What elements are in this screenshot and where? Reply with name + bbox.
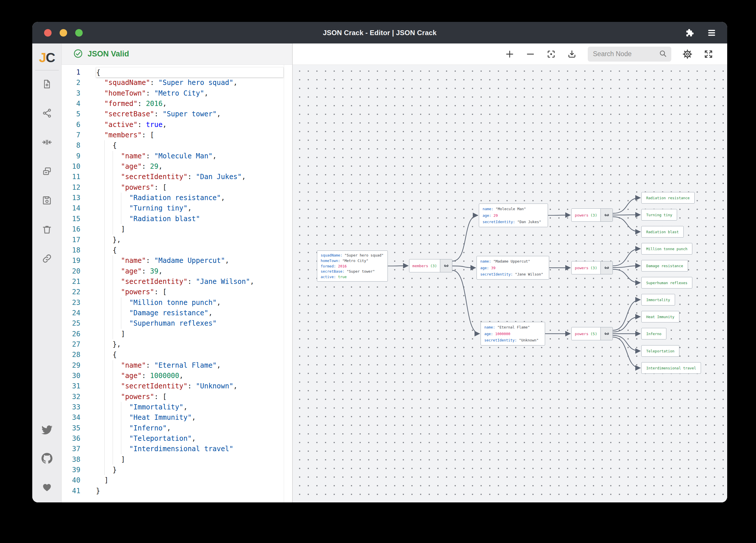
graph-node-p2[interactable]: powers(3) [571,261,613,274]
editor-line[interactable]: 30 "age": 1000000, [62,370,292,381]
editor-line[interactable]: 37 "Interdimensional travel" [62,444,292,454]
indent-guide [113,172,113,182]
fullscreen-icon[interactable] [704,49,713,59]
editor-line[interactable]: 29 "name": "Eternal Flame", [62,360,292,370]
editor-line[interactable]: 41} [62,486,292,496]
graph-node-l8[interactable]: Heat Immunity [641,311,679,322]
browser-menu-icon[interactable] [706,28,717,38]
editor-line[interactable]: 12 "powers": [ [62,182,292,193]
editor-line[interactable]: 5 "secretBase": "Super tower", [62,109,292,119]
fit-width-icon[interactable] [41,137,52,148]
indent-guide [113,203,113,213]
editor-line[interactable]: 22 "powers": [ [62,287,292,297]
editor-line[interactable]: 35 "Inferno", [62,423,292,433]
sponsor-heart-icon[interactable] [41,482,52,493]
graph-node-l5[interactable]: Damage resistance [641,260,688,272]
graph-share-icon[interactable] [41,108,52,119]
editor-line[interactable]: 8 { [62,140,292,151]
indent-guide [113,381,113,391]
search-icon[interactable] [659,49,667,59]
editor-line[interactable]: 20 "age": 39, [62,266,292,276]
code-editor[interactable]: 1{2 "squadName": "Super hero squad",3 "h… [62,65,292,502]
indent-guide [104,276,105,287]
editor-line[interactable]: 6 "active": true, [62,120,292,130]
editor-line[interactable]: 23 "Million tonne punch", [62,297,292,308]
editor-line[interactable]: 38 ] [62,454,292,465]
close-window-button[interactable] [44,29,52,37]
editor-line[interactable]: 9 "name": "Molecule Man", [62,151,292,161]
editor-line[interactable]: 13 "Radiation resistance", [62,193,292,203]
editor-line[interactable]: 21 "secretIdentity": "Jane Wilson", [62,276,292,287]
editor-line[interactable]: 16 ] [62,224,292,235]
graph-node-l11[interactable]: Interdimensional travel [641,362,701,374]
editor-line[interactable]: 3 "homeTown": "Metro City", [62,88,292,99]
delete-trash-icon[interactable] [41,224,52,235]
editor-line[interactable]: 15 "Radiation blast" [62,214,292,224]
node-row: name: "Madame Uppercut" [480,258,545,265]
expand-link-icon[interactable] [600,262,613,274]
node-row: name: "Eternal Flame" [484,324,541,331]
graph-node-m1[interactable]: name: "Molecule Man"age: 29secretIdentit… [479,204,548,227]
graph-node-l7[interactable]: Immortality [641,294,675,305]
editor-line[interactable]: 40 ] [62,475,292,485]
editor-line[interactable]: 14 "Turning tiny", [62,203,292,213]
new-file-icon[interactable] [41,79,52,90]
editor-line[interactable]: 1{ [62,67,292,77]
graph-node-m3[interactable]: name: "Eternal Flame"age: 1000000secretI… [481,322,545,345]
app-logo[interactable]: JC [39,50,55,65]
github-icon[interactable] [41,453,52,464]
editor-line[interactable]: 7 "members": [ [62,130,292,140]
graph-node-l3[interactable]: Radiation blast [641,226,684,238]
editor-line[interactable]: 39 } [62,465,292,475]
graph-node-l10[interactable]: Teleportation [641,345,679,357]
minimize-window-button[interactable] [60,29,67,37]
editor-line[interactable]: 2 "squadName": "Super hero squad", [62,77,292,88]
graph-node-m2[interactable]: name: "Madame Uppercut"age: 39secretIden… [477,256,549,279]
expand-link-icon[interactable] [600,209,613,222]
editor-line[interactable]: 17 }, [62,235,292,245]
line-number: 18 [62,245,80,256]
editor-line[interactable]: 18 { [62,245,292,256]
zoom-out-icon[interactable] [526,49,535,59]
editor-line[interactable]: 19 "name": "Madame Uppercut", [62,256,292,266]
graph-node-members[interactable]: members(3) [409,259,452,272]
graph-node-p1[interactable]: powers(3) [571,209,613,222]
search-node-input[interactable] [593,50,659,58]
editor-line[interactable]: 36 "Teleportation", [62,433,292,444]
editor-line[interactable]: 11 "secretIdentity": "Dan Jukes", [62,172,292,182]
save-icon[interactable] [41,195,52,206]
link-icon[interactable] [41,253,52,264]
editor-line[interactable]: 31 "secretIdentity": "Unknown", [62,381,292,391]
editor-line[interactable]: 24 "Damage resistance", [62,308,292,318]
editor-line[interactable]: 32 "powers": [ [62,391,292,402]
graph-node-p3[interactable]: powers(5) [571,327,613,340]
graph-node-l4[interactable]: Million tonne punch [641,243,692,255]
editor-line[interactable]: 10 "age": 29, [62,161,292,172]
editor-line[interactable]: 27 }, [62,339,292,349]
graph-node-l9[interactable]: Inferno [641,328,666,339]
expand-link-icon[interactable] [440,260,452,272]
twitter-icon[interactable] [41,424,52,435]
download-image-icon[interactable] [567,49,577,59]
focus-center-icon[interactable] [546,49,556,59]
editor-line[interactable]: 28 { [62,349,292,360]
search-node-box[interactable] [588,47,671,62]
graph-node-l1[interactable]: Radiation resistance [641,192,695,204]
editor-line[interactable]: 25 "Superhuman reflexes" [62,318,292,328]
graph-canvas[interactable]: squadName: "Super hero squad"homeTown: "… [293,65,727,502]
zoom-window-button[interactable] [75,29,83,37]
editor-line[interactable]: 4 "formed": 2016, [62,99,292,109]
graph-node-root[interactable]: squadName: "Super hero squad"homeTown: "… [317,251,388,281]
editor-line[interactable]: 34 "Heat Immunity", [62,412,292,423]
zoom-in-icon[interactable] [505,49,515,59]
copy-icon[interactable] [41,166,52,177]
indent-guide [104,402,105,412]
editor-line[interactable]: 26 ] [62,329,292,339]
graph-node-l6[interactable]: Superhuman reflexes [641,277,692,288]
extension-puzzle-icon[interactable] [684,28,694,38]
editor-line[interactable]: 33 "Immortality", [62,402,292,412]
expand-link-icon[interactable] [600,327,613,340]
graph-node-l2[interactable]: Turning tiny [641,209,677,221]
settings-gear-icon[interactable] [682,49,693,59]
indent-guide [113,360,113,370]
